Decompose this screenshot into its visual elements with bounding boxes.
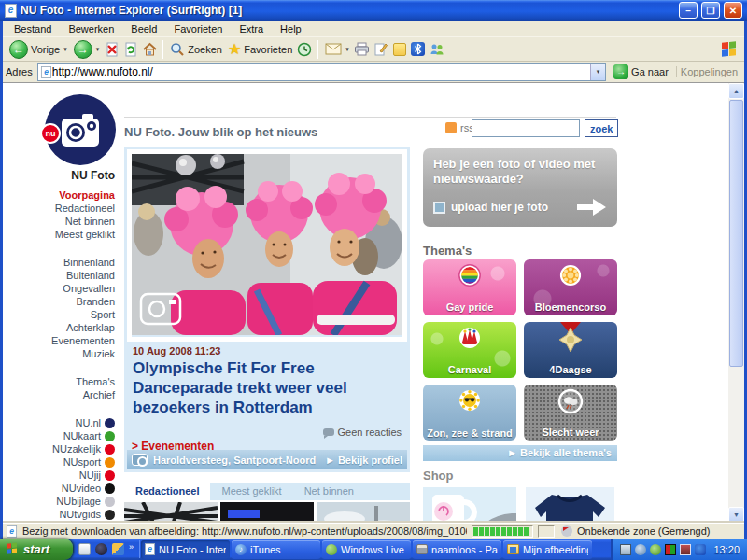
- bluetooth-tray-icon[interactable]: [695, 544, 706, 555]
- refresh-button[interactable]: [121, 40, 140, 59]
- notes-button[interactable]: [390, 40, 409, 59]
- nufoto-logo[interactable]: nu: [43, 92, 118, 167]
- vertical-scrollbar[interactable]: ▲ ▼: [728, 83, 744, 523]
- sidebar-item-buitenland[interactable]: Buitenland: [26, 269, 115, 282]
- scroll-up-button[interactable]: ▲: [728, 83, 744, 99]
- article-comments[interactable]: Geen reacties: [323, 427, 402, 438]
- security-tool-icon[interactable]: [112, 543, 124, 555]
- menu-help[interactable]: Help: [272, 21, 310, 36]
- messenger-tray-icon[interactable]: [650, 544, 661, 555]
- tab-meest-geklikt[interactable]: Meest geklikt: [210, 483, 292, 500]
- restore-button[interactable]: ❐: [701, 2, 720, 19]
- sidebar-item-branden[interactable]: Branden: [26, 295, 115, 308]
- tile-4daagse[interactable]: 4Daagse: [524, 322, 617, 378]
- messenger-button[interactable]: [428, 40, 446, 59]
- menu-bewerken[interactable]: Bewerken: [60, 21, 122, 36]
- thumbnail-truss[interactable]: [124, 502, 218, 523]
- sidebar-item-ongevallen[interactable]: Ongevallen: [26, 282, 115, 295]
- sidebar-item-achterklap[interactable]: Achterklap: [26, 321, 115, 334]
- edit-button[interactable]: [372, 40, 390, 59]
- sidebar-item-nusport[interactable]: NUsport: [26, 455, 115, 469]
- article-photo[interactable]: [127, 149, 407, 342]
- view-profile-link[interactable]: ► Bekijk profiel: [325, 455, 402, 466]
- task-nufoto[interactable]: e NU Foto - Inter...: [141, 540, 230, 559]
- site-search-input[interactable]: [472, 119, 580, 137]
- task-itunes[interactable]: ♪ iTunes: [232, 540, 320, 559]
- shop-mug-image[interactable]: [423, 487, 516, 523]
- print-button[interactable]: [353, 40, 372, 59]
- thumbnail-sky[interactable]: [317, 502, 410, 523]
- scroll-down-button[interactable]: ▼: [728, 507, 744, 523]
- network-tray-icon[interactable]: [620, 544, 631, 555]
- display-tray-icon[interactable]: [680, 544, 691, 555]
- go-button[interactable]: → Ga naar: [611, 63, 671, 80]
- rss-link[interactable]: rss: [445, 122, 474, 133]
- sidebar-item-nujij[interactable]: NUjij: [26, 469, 115, 482]
- menu-extra[interactable]: Extra: [231, 21, 272, 36]
- upload-promo-box[interactable]: Heb je een foto of video met nieuwswaard…: [423, 148, 617, 227]
- shop-shirt-image[interactable]: [526, 487, 614, 523]
- close-button[interactable]: ✕: [724, 2, 742, 19]
- address-dropdown[interactable]: ▾: [590, 64, 605, 80]
- scrollbar-thumb[interactable]: [729, 100, 743, 367]
- sidebar-item-archief[interactable]: Archief: [26, 388, 115, 401]
- thumbnail-stage[interactable]: [220, 502, 314, 523]
- history-button[interactable]: [295, 40, 314, 59]
- site-search-button[interactable]: zoek: [585, 119, 618, 137]
- sidebar-item-sport[interactable]: Sport: [26, 308, 115, 321]
- sidebar-item-net-binnen[interactable]: Net binnen: [26, 215, 115, 228]
- favorites-button[interactable]: ★ Favorieten: [225, 39, 295, 59]
- tile-gay-pride[interactable]: Gay pride: [423, 259, 516, 315]
- volume-tray-icon[interactable]: [635, 544, 646, 555]
- forward-dropdown-icon[interactable]: ▾: [95, 46, 101, 53]
- sidebar-item-nuvideo[interactable]: NUvideo: [26, 482, 115, 495]
- graphics-tray-icon[interactable]: [665, 544, 676, 555]
- quick-launch-more[interactable]: »: [129, 542, 134, 552]
- address-input[interactable]: [52, 65, 590, 79]
- mail-button[interactable]: ▾: [322, 42, 353, 56]
- nufoto-page: nu NU Foto. Jouw blik op het nieuws rss …: [3, 83, 728, 523]
- menu-bestand[interactable]: Bestand: [6, 21, 60, 36]
- back-button[interactable]: ← Vorige ▾: [7, 39, 71, 60]
- tile-bloemencorso[interactable]: Bloemencorso: [524, 259, 617, 315]
- shop-products: [423, 487, 614, 523]
- mail-dropdown-icon[interactable]: ▾: [345, 46, 350, 53]
- media-player-icon[interactable]: [95, 543, 107, 555]
- see-all-themes-link[interactable]: ► Bekijk alle thema's: [423, 445, 617, 461]
- status-text: Bezig met downloaden van afbeelding: htt…: [22, 525, 467, 537]
- sidebar-item-nutvgids[interactable]: NUtvgids: [26, 508, 115, 521]
- forward-button[interactable]: → ▾: [71, 39, 104, 60]
- menu-favorieten[interactable]: Favorieten: [165, 21, 231, 36]
- article-headline[interactable]: Olympische Fit For Free Danceparade trek…: [133, 358, 400, 417]
- tile-zon-zee-strand[interactable]: Zon, zee & strand: [423, 385, 516, 441]
- tab-redactioneel[interactable]: Redactioneel: [124, 483, 210, 500]
- bluetooth-button[interactable]: [409, 40, 428, 59]
- minimize-button[interactable]: –: [679, 2, 698, 19]
- sidebar-item-voorpagina[interactable]: Voorpagina: [26, 189, 115, 202]
- task-paint[interactable]: naamloos - Paint: [413, 540, 501, 559]
- sidebar-item-nuzakelijk[interactable]: NUzakelijk: [26, 442, 115, 455]
- sidebar-item-themas[interactable]: Thema's: [26, 375, 115, 388]
- tab-net-binnen[interactable]: Net binnen: [293, 483, 365, 500]
- tile-carnaval[interactable]: Carnaval: [423, 322, 516, 378]
- sidebar-item-nukaart[interactable]: NUkaart: [26, 429, 115, 442]
- show-desktop-icon[interactable]: [78, 543, 91, 555]
- start-button[interactable]: start: [0, 539, 73, 560]
- sidebar-item-nubijlage[interactable]: NUbijlage: [26, 495, 115, 508]
- upload-cta-label[interactable]: upload hier je foto: [451, 201, 571, 214]
- tile-slecht-weer[interactable]: Slecht weer: [524, 385, 617, 441]
- sidebar-item-muziek[interactable]: Muziek: [26, 347, 115, 360]
- links-toolbar-label[interactable]: Koppelingen: [676, 66, 741, 77]
- search-button[interactable]: Zoeken: [167, 41, 225, 58]
- home-button[interactable]: [140, 40, 159, 59]
- stop-button[interactable]: [103, 40, 121, 59]
- task-windows-live[interactable]: Windows Live ...: [322, 540, 411, 559]
- sidebar-item-redactioneel[interactable]: Redactioneel: [26, 202, 115, 215]
- sidebar-item-meest-geklikt[interactable]: Meest geklikt: [26, 228, 115, 241]
- sidebar-item-evenementen[interactable]: Evenementen: [26, 334, 115, 347]
- menu-beeld[interactable]: Beeld: [122, 21, 165, 36]
- back-dropdown-icon[interactable]: ▾: [63, 46, 68, 53]
- sidebar-item-nunl[interactable]: NU.nl: [26, 416, 115, 429]
- sidebar-item-binnenland[interactable]: Binnenland: [26, 256, 115, 269]
- task-mijn-afbeeldingen[interactable]: Mijn afbeeldingen: [503, 540, 592, 559]
